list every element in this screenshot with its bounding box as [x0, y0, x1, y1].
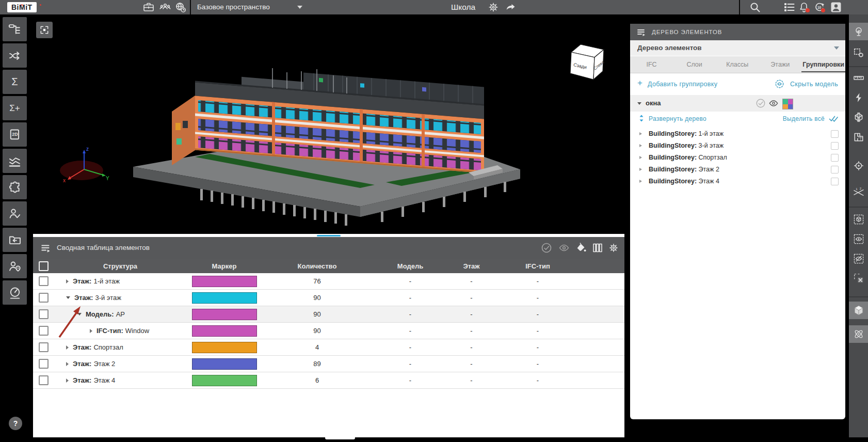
tree-item[interactable]: BuildingStorey: 1-й этаж: [630, 128, 845, 140]
paint-bucket-icon[interactable]: [575, 242, 587, 254]
expander-icon[interactable]: [639, 168, 642, 171]
row-checkbox[interactable]: [39, 293, 49, 303]
check-circle-icon[interactable]: [541, 242, 552, 254]
marker-swatch[interactable]: [192, 342, 257, 353]
tree-item-checkbox[interactable]: [831, 142, 839, 150]
share-icon[interactable]: [505, 1, 517, 13]
tree-item[interactable]: BuildingStorey: Этаж 4: [630, 176, 845, 187]
tree-item[interactable]: BuildingStorey: Этаж 2: [630, 164, 845, 176]
plus-icon[interactable]: +: [637, 78, 642, 88]
marker-swatch[interactable]: [192, 276, 257, 287]
web-services-icon[interactable]: [174, 1, 187, 13]
tree-item[interactable]: BuildingStorey: 3-й этаж: [630, 140, 845, 152]
tree-item-checkbox[interactable]: [831, 178, 839, 185]
table-row[interactable]: Этаж:Спортзал 4 - - -: [33, 339, 624, 356]
coordinate-axes-button[interactable]: 12: [849, 184, 868, 201]
marker-swatch[interactable]: [192, 358, 257, 370]
drawings-2d-button[interactable]: 2D: [3, 122, 27, 147]
panel-drag-handle[interactable]: [317, 235, 341, 236]
isolate-selection-button[interactable]: [849, 211, 868, 228]
expander-icon[interactable]: [66, 345, 69, 350]
summary-add-button[interactable]: Σ+: [3, 96, 27, 120]
hide-model-link[interactable]: Скрыть модель: [790, 81, 838, 88]
tree-item[interactable]: BuildingStorey: Спортзал: [630, 152, 845, 164]
marker-swatch[interactable]: [192, 375, 257, 386]
expander-icon[interactable]: [66, 362, 69, 366]
model-structure-button[interactable]: [3, 17, 27, 41]
import-folder-button[interactable]: [3, 228, 27, 252]
focus-selection-button[interactable]: [36, 22, 53, 38]
panel-menu-icon[interactable]: [40, 242, 52, 254]
focus-selection-button[interactable]: [849, 157, 868, 175]
row-checkbox[interactable]: [39, 375, 49, 385]
table-row[interactable]: Этаж:Этаж 4 6 - - -: [33, 372, 624, 389]
clash-detection-button[interactable]: [849, 89, 868, 106]
marker-swatch[interactable]: [192, 325, 257, 337]
show-elements-button[interactable]: [849, 230, 868, 248]
clear-selection-button[interactable]: [849, 270, 868, 287]
hide-elements-button[interactable]: [849, 250, 868, 267]
floor-plan-button[interactable]: [849, 128, 868, 146]
hide-model-icon[interactable]: [775, 79, 784, 89]
marker-swatch[interactable]: [192, 309, 257, 320]
add-grouping-link[interactable]: Добавить группировку: [648, 81, 717, 88]
summary-button[interactable]: Σ: [3, 70, 27, 94]
tab-layers[interactable]: Слои: [673, 56, 716, 73]
notifications-bell-icon[interactable]: [798, 1, 810, 13]
app-logo[interactable]: BiMiT: [7, 2, 37, 12]
account-icon[interactable]: [830, 1, 842, 13]
grouping-row[interactable]: окна: [630, 95, 845, 112]
expander-icon[interactable]: [639, 156, 642, 159]
collapse-icon[interactable]: [637, 102, 641, 105]
double-check-icon[interactable]: [829, 114, 839, 122]
select-all-link[interactable]: Выделить всё: [783, 115, 825, 122]
expander-icon[interactable]: [66, 296, 70, 299]
row-checkbox[interactable]: [39, 342, 49, 352]
user-location-button[interactable]: [3, 254, 27, 278]
charts-button[interactable]: [3, 149, 27, 173]
team-icon[interactable]: [159, 1, 171, 13]
search-icon[interactable]: [749, 1, 761, 13]
check-circle-icon[interactable]: [756, 98, 766, 108]
orbit-mode-button[interactable]: [849, 325, 868, 343]
tab-ifc[interactable]: IFC: [630, 56, 673, 73]
plugins-button[interactable]: [3, 175, 27, 199]
color-palette-icon[interactable]: [782, 99, 793, 109]
row-checkbox[interactable]: [39, 326, 49, 336]
expander-icon[interactable]: [639, 144, 642, 147]
expander-icon[interactable]: [77, 313, 82, 315]
settings-gear-icon[interactable]: [487, 1, 500, 13]
table-row[interactable]: IFC-тип:Window 90 - - -: [33, 323, 624, 339]
dashboard-button[interactable]: [3, 280, 27, 305]
help-button[interactable]: ?: [9, 417, 22, 430]
select-elements-button[interactable]: [849, 44, 868, 62]
briefcase-icon[interactable]: [142, 1, 155, 13]
scene-tree-button[interactable]: [849, 23, 868, 40]
measure-ruler-button[interactable]: [849, 69, 868, 87]
visibility-eye-icon[interactable]: [558, 242, 570, 254]
tree-item-checkbox[interactable]: [831, 130, 839, 138]
section-box-button[interactable]: [849, 108, 868, 126]
panel-menu-icon[interactable]: [636, 27, 647, 37]
collisions-button[interactable]: [3, 43, 27, 68]
expand-tree-icon[interactable]: [637, 114, 646, 122]
workspace-selector[interactable]: Базовое пространство: [197, 0, 270, 14]
expand-tree-link[interactable]: Развернуть дерево: [649, 115, 706, 122]
table-settings-gear-icon[interactable]: [608, 242, 619, 254]
approvals-button[interactable]: [3, 201, 27, 226]
marker-swatch[interactable]: [192, 292, 257, 304]
columns-icon[interactable]: [592, 242, 603, 254]
panel-resize-handle[interactable]: [325, 436, 355, 439]
chevron-down-icon[interactable]: [297, 6, 302, 9]
tab-floors[interactable]: Этажи: [759, 56, 801, 73]
updates-history-icon[interactable]: 10: [813, 1, 826, 13]
tree-item-checkbox[interactable]: [831, 154, 839, 162]
table-row[interactable]: Этаж:3-й этаж 90 - - -: [33, 290, 624, 306]
expander-icon[interactable]: [66, 279, 69, 283]
visibility-eye-icon[interactable]: [768, 98, 779, 108]
tree-item-checkbox[interactable]: [831, 166, 839, 173]
tree-type-selector[interactable]: Дерево элементов: [630, 40, 845, 56]
tab-classes[interactable]: Классы: [716, 56, 759, 73]
expander-icon[interactable]: [639, 180, 642, 183]
expander-icon[interactable]: [66, 378, 69, 383]
